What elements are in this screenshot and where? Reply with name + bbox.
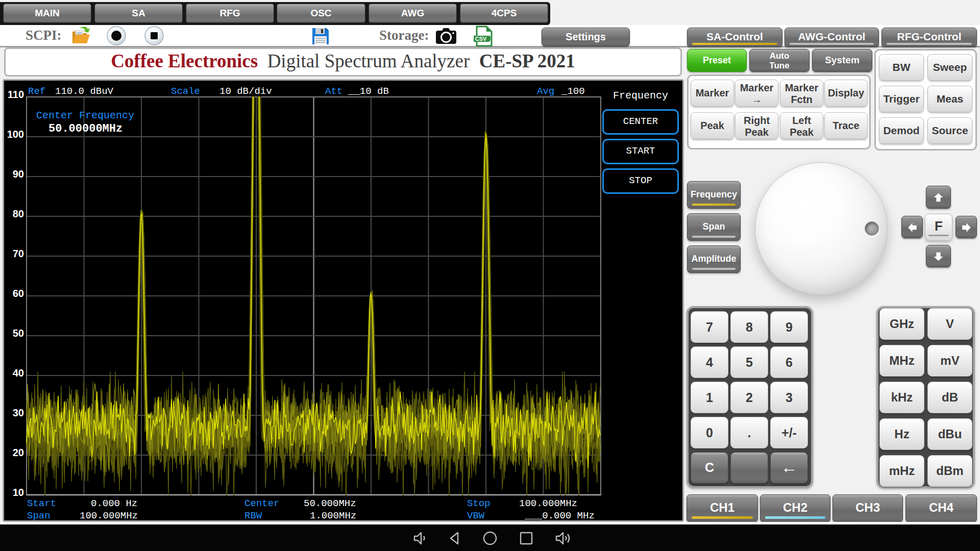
svg-text:CSV: CSV: [475, 36, 487, 42]
